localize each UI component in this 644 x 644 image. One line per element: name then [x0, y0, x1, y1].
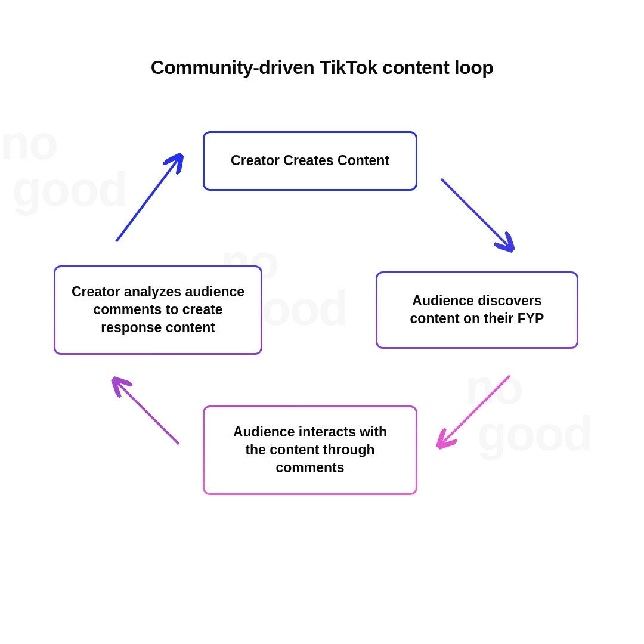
arrow-left-to-top [116, 158, 179, 242]
loop-box-audience-discovers: Audience discovers content on their FYP [376, 271, 578, 349]
diagram-title: Community-driven TikTok content loop [0, 57, 644, 79]
loop-box-audience-interacts: Audience interacts with the content thro… [203, 405, 417, 495]
arrow-right-to-bottom [441, 376, 510, 444]
arrow-top-to-right [441, 179, 510, 247]
box-label: Creator analyzes audience comments to cr… [67, 283, 249, 337]
watermark-logo: no good [0, 119, 126, 212]
box-label: Audience discovers content on their FYP [392, 292, 562, 328]
loop-box-creator-analyzes: Creator analyzes audience comments to cr… [54, 265, 262, 355]
watermark-logo: no good [465, 364, 592, 457]
box-label: Creator Creates Content [231, 152, 389, 170]
arrow-bottom-to-left [116, 382, 179, 444]
box-label: Audience interacts with the content thro… [222, 423, 398, 477]
loop-box-creator-creates: Creator Creates Content [203, 131, 417, 191]
